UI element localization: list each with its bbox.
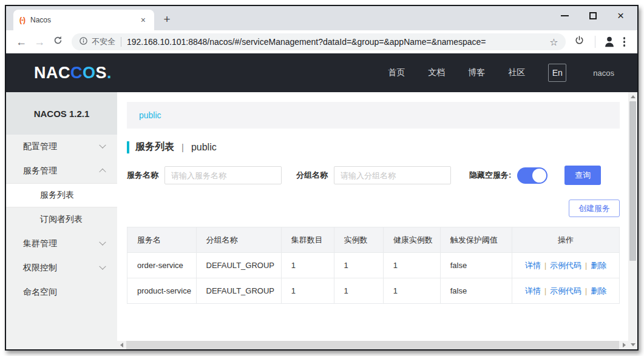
new-tab-button[interactable]: +: [158, 10, 176, 29]
divider: [595, 36, 595, 48]
sidebar: NACOS 1.2.1 配置管理 服务管理 服务列表 订阅者列表 集群管理 权限…: [6, 92, 117, 349]
nav-docs[interactable]: 文档: [428, 67, 445, 78]
sidebar-item-cluster-management[interactable]: 集群管理: [6, 232, 117, 256]
vertical-scrollbar[interactable]: [628, 92, 637, 349]
detail-link[interactable]: 详情: [525, 286, 541, 295]
tab-strip: (-) Nacos × + ×: [6, 6, 637, 30]
info-icon[interactable]: [79, 36, 88, 48]
col-protect-threshold: 触发保护阈值: [440, 227, 512, 253]
browser-window: (-) Nacos × + × ← → 不安全 192.168.10.101:8…: [5, 5, 639, 351]
delete-link[interactable]: 删除: [591, 286, 606, 295]
page-title: 服务列表: [135, 141, 174, 153]
service-table: 服务名 分组名称 集群数目 实例数 健康实例数 触发保护阈值 操作 order-…: [127, 227, 620, 304]
cell-threshold: false: [440, 253, 512, 278]
horizontal-scrollbar[interactable]: [117, 341, 628, 349]
filter-row: 服务名称 分组名称 隐藏空服务: 查询: [127, 166, 620, 185]
nav-home[interactable]: 首页: [388, 67, 405, 78]
security-label: 不安全: [92, 36, 115, 47]
sidebar-item-namespace[interactable]: 命名空间: [6, 280, 117, 304]
group-name-label: 分组名称: [296, 170, 328, 181]
service-name-input[interactable]: [164, 166, 282, 184]
nav-blog[interactable]: 博客: [468, 67, 485, 78]
sidebar-item-config-management[interactable]: 配置管理: [6, 135, 117, 159]
col-actions: 操作: [512, 227, 620, 253]
cell-service-name: order-service: [127, 253, 197, 278]
chevron-down-icon: [99, 142, 106, 149]
nav-community[interactable]: 社区: [508, 67, 525, 78]
horizontal-scroll-thumb[interactable]: [126, 341, 619, 349]
chevron-down-icon: [99, 239, 106, 246]
cell-group-name: DEFAULT_GROUP: [196, 278, 281, 304]
tab-close-icon[interactable]: ×: [138, 15, 148, 25]
title-accent-bar: [127, 141, 129, 153]
sidebar-item-service-management[interactable]: 服务管理: [6, 159, 117, 183]
namespace-tab-bar: public: [127, 102, 620, 129]
hide-empty-service-toggle[interactable]: [517, 167, 547, 184]
divider: [121, 37, 121, 47]
header-nav: 首页 文档 博客 社区: [388, 67, 525, 78]
cell-service-name: product-service: [127, 278, 197, 304]
col-healthy-instance-count: 健康实例数: [383, 227, 440, 253]
cell-cluster-count: 1: [281, 278, 334, 304]
scroll-left-icon[interactable]: [117, 341, 126, 349]
namespace-tab-public[interactable]: public: [139, 110, 161, 120]
nacos-logo: NACCOS.: [34, 64, 112, 82]
chevron-down-icon: [99, 263, 106, 270]
table-row: order-service DEFAULT_GROUP 1 1 1 false …: [127, 253, 620, 278]
main-content: public 服务列表 | public 服务名称 分组名称 隐藏空服务: 查询…: [117, 92, 628, 349]
nacos-header: NACCOS. 首页 文档 博客 社区 En nacos: [6, 53, 637, 92]
group-name-input[interactable]: [334, 166, 451, 184]
table-row: product-service DEFAULT_GROUP 1 1 1 fals…: [127, 278, 620, 304]
query-button[interactable]: 查询: [564, 166, 601, 185]
col-group-name: 分组名称: [196, 227, 281, 253]
maximize-icon[interactable]: [589, 12, 597, 19]
cell-instance-count: 1: [334, 253, 383, 278]
col-service-name: 服务名: [127, 227, 197, 253]
cell-actions: 详情|示例代码|删除: [512, 278, 620, 304]
page-title-namespace: public: [191, 142, 217, 153]
profile-avatar[interactable]: [602, 35, 617, 49]
hide-empty-service-label: 隐藏空服务:: [469, 170, 511, 181]
forward-icon[interactable]: →: [30, 36, 49, 49]
create-service-button[interactable]: 创建服务: [569, 200, 620, 217]
address-bar[interactable]: 不安全 192.168.10.101:8848/nacos/#/serviceM…: [72, 33, 566, 50]
cell-threshold: false: [440, 278, 512, 304]
detail-link[interactable]: 详情: [525, 261, 541, 270]
cell-cluster-count: 1: [281, 253, 334, 278]
vertical-scroll-thumb[interactable]: [629, 101, 636, 261]
power-extension-icon[interactable]: [571, 35, 589, 49]
col-cluster-count: 集群数目: [281, 227, 334, 253]
sidebar-item-service-list[interactable]: 服务列表: [6, 183, 117, 207]
scroll-down-icon[interactable]: [631, 343, 636, 346]
logged-in-username[interactable]: nacos: [593, 69, 614, 78]
close-icon[interactable]: ×: [617, 12, 624, 19]
col-instance-count: 实例数: [334, 227, 383, 253]
nacos-version: NACOS 1.2.1: [6, 92, 117, 135]
browser-tab[interactable]: (-) Nacos ×: [13, 10, 154, 30]
scroll-up-icon[interactable]: [631, 95, 636, 98]
sample-code-link[interactable]: 示例代码: [550, 261, 581, 270]
back-icon[interactable]: ←: [12, 36, 30, 49]
sidebar-item-subscriber-list[interactable]: 订阅者列表: [6, 207, 117, 232]
cell-actions: 详情|示例代码|删除: [512, 253, 620, 278]
scroll-right-icon[interactable]: [620, 341, 628, 349]
cell-group-name: DEFAULT_GROUP: [196, 253, 281, 278]
cell-instance-count: 1: [334, 278, 383, 304]
browser-menu-icon[interactable]: [617, 37, 632, 47]
toggle-knob: [532, 169, 546, 183]
page-title-row: 服务列表 | public: [127, 141, 620, 153]
nacos-favicon-icon: (-): [19, 16, 25, 24]
url-toolbar: ← → 不安全 192.168.10.101:8848/nacos/#/serv…: [6, 30, 637, 53]
bookmark-star-icon[interactable]: ☆: [549, 36, 558, 48]
url-text[interactable]: 192.168.10.101:8848/nacos/#/serviceManag…: [127, 37, 543, 47]
service-name-label: 服务名称: [127, 170, 158, 181]
sidebar-item-permission-control[interactable]: 权限控制: [6, 256, 117, 280]
reload-icon[interactable]: [49, 35, 67, 49]
language-toggle-button[interactable]: En: [548, 64, 566, 82]
table-header-row: 服务名 分组名称 集群数目 实例数 健康实例数 触发保护阈值 操作: [127, 227, 620, 253]
minimize-icon[interactable]: [561, 15, 569, 16]
delete-link[interactable]: 删除: [591, 261, 606, 270]
cell-healthy-count: 1: [383, 253, 440, 278]
sample-code-link[interactable]: 示例代码: [550, 286, 581, 295]
cell-healthy-count: 1: [383, 278, 440, 304]
